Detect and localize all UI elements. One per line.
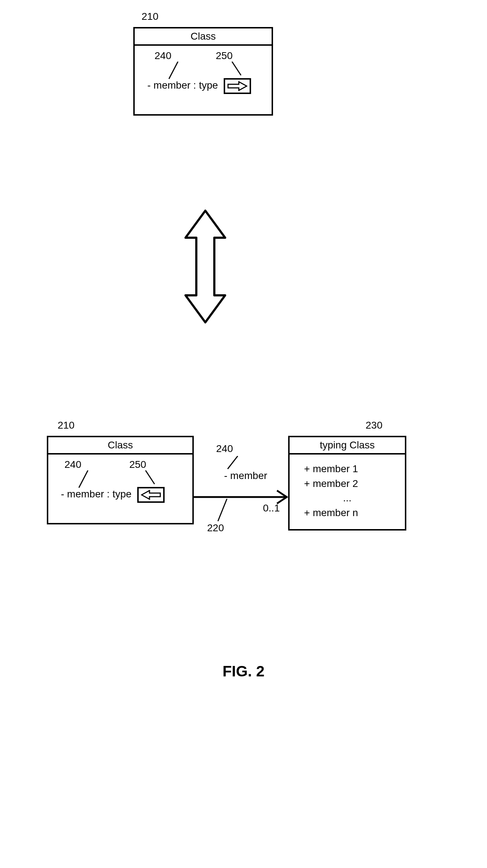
member-item: + member 2 [304, 476, 401, 491]
member-text-top: - member : type [147, 80, 218, 91]
bidirectional-arrow-icon [182, 209, 229, 324]
ref-250-top: 250 [216, 50, 233, 62]
ref-240-bottom-left: 240 [64, 459, 81, 470]
member-text-bottom-left: - member : type [61, 488, 131, 500]
ref-240-top: 240 [155, 50, 171, 62]
collapse-button-bottom[interactable] [137, 487, 165, 503]
figure-caption: FIG. 2 [223, 663, 265, 680]
svg-line-1 [232, 62, 241, 75]
class-title-bottom-left: Class [48, 437, 192, 455]
class-box-bottom-left: Class 240 250 - member : type [47, 436, 194, 524]
lead-line-240-assoc [227, 456, 245, 470]
assoc-label: - member [224, 470, 267, 482]
svg-line-5 [228, 456, 238, 469]
class-body-bottom-right: + member 1 + member 2 ... + member n [290, 455, 405, 529]
class-box-bottom-right: typing Class + member 1 + member 2 ... +… [288, 436, 406, 531]
class-title-top: Class [135, 28, 272, 46]
ref-220: 220 [207, 522, 224, 534]
lead-line-240-bl [77, 470, 91, 488]
class-box-top: Class 240 250 - member : type [133, 27, 273, 116]
class-body-bottom-left: 240 250 - member : type [48, 455, 192, 523]
arrow-left-icon [141, 490, 161, 500]
class-body-top: 240 250 - member : type [135, 46, 272, 114]
member-item: + member n [304, 506, 401, 520]
ref-250-bottom-left: 250 [129, 459, 146, 470]
member-item: + member 1 [304, 462, 401, 476]
svg-line-0 [169, 62, 178, 79]
expand-button-top[interactable] [224, 78, 251, 94]
arrow-right-icon [227, 81, 247, 91]
ref-210-top: 210 [142, 11, 158, 22]
ref-240-assoc: 240 [216, 443, 233, 455]
lead-line-220 [216, 499, 231, 522]
member-item: ... [304, 491, 401, 506]
lead-line-240-top [167, 62, 182, 80]
lead-line-250-bl [144, 470, 158, 485]
lead-line-250-top [230, 62, 245, 76]
assoc-multiplicity: 0..1 [263, 502, 280, 514]
ref-210-bottom: 210 [58, 420, 75, 431]
member-list-right: + member 1 + member 2 ... + member n [293, 462, 401, 520]
svg-line-3 [146, 470, 155, 484]
svg-line-2 [79, 470, 88, 488]
class-title-bottom-right: typing Class [290, 437, 405, 455]
ref-230: 230 [366, 420, 383, 431]
svg-line-6 [218, 499, 227, 521]
